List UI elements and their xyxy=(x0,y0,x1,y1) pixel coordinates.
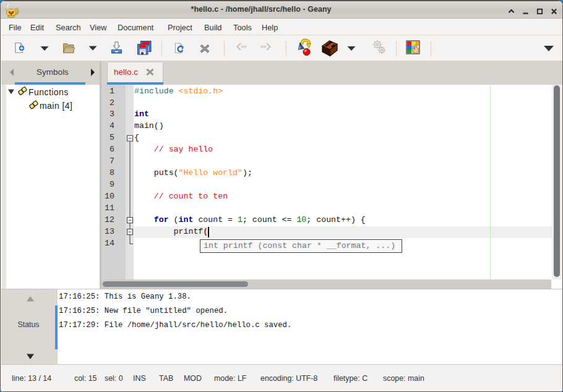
svg-text:main [4]: main [4] xyxy=(40,101,72,111)
svg-text:Functions: Functions xyxy=(28,87,69,97)
